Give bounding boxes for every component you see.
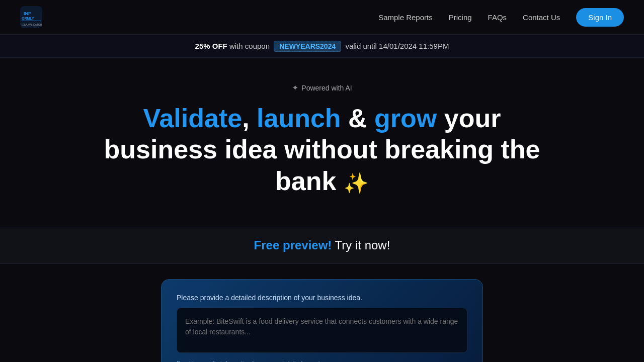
svg-rect-3 — [22, 21, 41, 21]
free-preview-section: Free preview! Try it now! — [0, 227, 644, 264]
promo-suffix: valid until 14/01/2024 11:59PM — [345, 42, 449, 50]
form-card: Please provide a detailed description of… — [161, 279, 483, 362]
svg-text:INF: INF — [24, 11, 31, 16]
nav-contact-us[interactable]: Contact Us — [523, 13, 560, 22]
form-section: Please provide a detailed description of… — [0, 279, 644, 362]
powered-text: Powered with AI — [301, 84, 352, 92]
promo-middle: with coupon — [229, 42, 272, 50]
hero-sparkles: ✨ — [344, 172, 369, 194]
hero-word-launch: launch — [257, 104, 341, 133]
business-idea-textarea[interactable] — [177, 308, 467, 353]
form-label: Please provide a detailed description of… — [177, 294, 467, 302]
svg-text:IDEA VALIDATOR: IDEA VALIDATOR — [22, 23, 42, 26]
powered-badge: ✦ Powered with AI — [20, 83, 624, 93]
sparkle-icon: ✦ — [292, 83, 298, 93]
logo[interactable]: INF ORMLY IDEA VALIDATOR — [20, 6, 42, 28]
hero-word-grow: grow — [374, 104, 437, 133]
promo-discount: 25% OFF — [195, 42, 227, 50]
hero-heading: Validate, launch & grow your business id… — [96, 103, 548, 197]
nav-links: Sample Reports Pricing FAQs Contact Us S… — [378, 8, 624, 27]
nav-sample-reports[interactable]: Sample Reports — [378, 13, 433, 22]
logo-icon: INF ORMLY IDEA VALIDATOR — [20, 6, 42, 28]
hero-comma: , — [242, 104, 257, 133]
sign-in-button[interactable]: Sign In — [576, 8, 624, 27]
promo-coupon: NEWYEARS2024 — [274, 41, 341, 52]
navbar: INF ORMLY IDEA VALIDATOR Sample Reports … — [0, 0, 644, 35]
svg-text:ORMLY: ORMLY — [22, 17, 34, 20]
hero-section: ✦ Powered with AI Validate, launch & gro… — [0, 58, 644, 227]
form-hint: Provide specific information for a more … — [177, 360, 467, 362]
nav-pricing[interactable]: Pricing — [449, 13, 472, 22]
hero-word-validate: Validate — [143, 104, 243, 133]
hero-ampersand: & — [341, 104, 374, 133]
nav-faqs[interactable]: FAQs — [488, 13, 507, 22]
free-preview-normal: Try it now! — [332, 238, 390, 252]
promo-banner: 25% OFF with coupon NEWYEARS2024 valid u… — [0, 35, 644, 58]
free-preview-text: Free preview! Try it now! — [11, 238, 633, 252]
free-preview-highlight: Free preview! — [254, 238, 332, 252]
